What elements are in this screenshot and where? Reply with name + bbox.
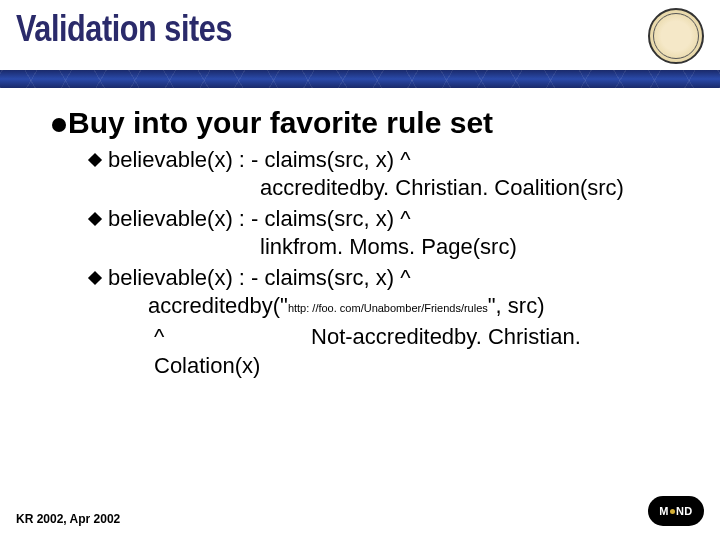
rule-item: believable(x) : - claims(src, x) ^ linkf… (90, 205, 680, 260)
rule-item: believable(x) : - claims(src, x) ^ accre… (90, 264, 680, 319)
rule-last-line: ^ Not-accreditedby. Christian. Colation(… (90, 323, 680, 380)
mind-logo: MND (648, 496, 704, 526)
slide-title: Validation sites (16, 8, 232, 50)
footer-text: KR 2002, Apr 2002 (16, 512, 120, 526)
header-divider (0, 70, 720, 88)
slide-body: Buy into your favorite rule set believab… (0, 88, 720, 380)
rule-list: believable(x) : - claims(src, x) ^ accre… (52, 146, 680, 380)
rule-cont: accreditedby("http: //foo. com/Unabomber… (108, 292, 680, 320)
diamond-bullet-icon (88, 153, 102, 167)
university-seal (648, 8, 704, 64)
rule-item: believable(x) : - claims(src, x) ^ accre… (90, 146, 680, 201)
diamond-bullet-icon (88, 212, 102, 226)
rule-head: believable(x) : - claims(src, x) ^ (108, 206, 410, 231)
rule-head: believable(x) : - claims(src, x) ^ (108, 147, 410, 172)
rule-url-tiny: http: //foo. com/Unabomber/Friends/rules (288, 302, 488, 314)
main-bullet-text: Buy into your favorite rule set (68, 106, 493, 139)
diamond-bullet-icon (88, 271, 102, 285)
bullet-disc-icon (52, 118, 66, 132)
rule-cont: accreditedby. Christian. Coalition(src) (108, 174, 680, 202)
main-bullet: Buy into your favorite rule set (52, 106, 680, 140)
rule-cont: linkfrom. Moms. Page(src) (108, 233, 680, 261)
logo-dot-icon (670, 509, 675, 514)
rule-head: believable(x) : - claims(src, x) ^ (108, 265, 410, 290)
